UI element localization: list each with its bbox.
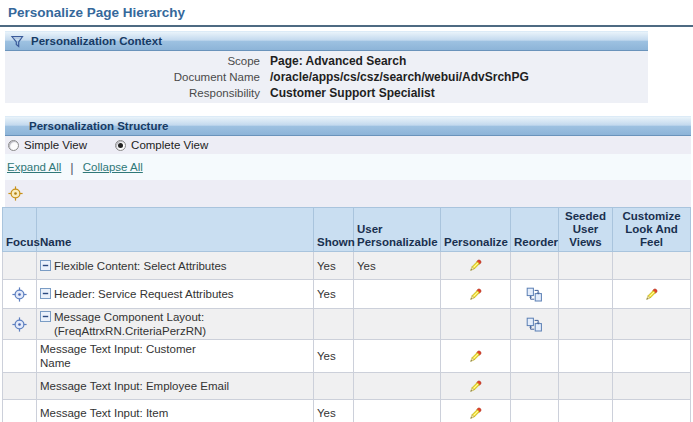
column-header-shown: Shown: [314, 208, 354, 252]
table-row: Flexible Content: Select Attributes Yes …: [3, 252, 691, 280]
reorder-boxes-icon[interactable]: [526, 317, 543, 332]
focus-cell: [3, 340, 37, 373]
seeded-user-views-cell: [559, 280, 613, 309]
pencil-icon[interactable]: [644, 287, 659, 302]
name-cell: Message Text Input: Customer Name: [37, 340, 314, 373]
focus-cell: [3, 280, 37, 309]
table-row: Message Component Layout: (FreqAttrxRN.C…: [3, 309, 691, 340]
personalize-page-hierarchy-page: Personalize Page Hierarchy Personalizati…: [0, 0, 693, 422]
minus-box-icon[interactable]: [40, 311, 51, 322]
simple-view-radio-label: Simple View: [24, 139, 87, 151]
node-name: Message Component Layout: (FreqAttrxRN.C…: [54, 310, 226, 338]
personalize-cell: [441, 252, 511, 280]
reorder-boxes-icon[interactable]: [526, 287, 543, 302]
expand-collapse-links-row: Expand All | Collapse All: [5, 154, 691, 180]
column-header-seeded-user-views: Seeded User Views: [559, 208, 613, 252]
pencil-icon[interactable]: [468, 406, 483, 421]
view-options-row: Simple View Complete View: [5, 136, 691, 154]
focus-indicator-row: [5, 180, 691, 207]
crosshair-target-icon[interactable]: [12, 317, 27, 332]
table-row: Message Text Input: Employee Email: [3, 373, 691, 400]
collapse-all-link[interactable]: Collapse All: [83, 161, 143, 173]
personalization-structure-section: Personalization Structure Simple View Co…: [5, 116, 691, 422]
focus-cell: [3, 252, 37, 280]
complete-view-radio-circle[interactable]: [115, 140, 126, 151]
shown-cell: Yes: [314, 400, 354, 422]
minus-box-icon[interactable]: [40, 288, 51, 299]
shown-cell: [314, 309, 354, 340]
customize-look-and-feel-cell: [613, 280, 691, 309]
personalization-structure-body: Simple View Complete View Expand All | C…: [5, 136, 691, 422]
personalization-context-header-bar: Personalization Context: [5, 31, 648, 51]
column-header-personalize: Personalize: [441, 208, 511, 252]
personalize-cell: [441, 309, 511, 340]
responsibility-value: Customer Support Specialist: [270, 85, 435, 101]
page-title: Personalize Page Hierarchy: [8, 5, 693, 20]
reorder-cell: [511, 373, 559, 400]
user-personalizable-cell: [354, 373, 441, 400]
customize-look-and-feel-cell: [613, 340, 691, 373]
personalization-structure-table: Focus Name Shown User Personalizable Per…: [2, 207, 691, 422]
seeded-user-views-cell: [559, 400, 613, 422]
personalize-cell: [441, 340, 511, 373]
reorder-cell: [511, 309, 559, 340]
simple-view-radio-circle[interactable]: [8, 140, 19, 151]
user-personalizable-cell: Yes: [354, 252, 441, 280]
name-cell: Header: Service Request Attributes: [37, 280, 314, 309]
column-header-user-personalizable: User Personalizable: [354, 208, 441, 252]
simple-view-radio[interactable]: Simple View: [8, 139, 87, 151]
complete-view-radio-label: Complete View: [131, 139, 208, 151]
pencil-icon[interactable]: [468, 349, 483, 364]
reorder-cell: [511, 280, 559, 309]
pencil-icon[interactable]: [468, 379, 483, 394]
name-cell: Flexible Content: Select Attributes: [37, 252, 314, 280]
focus-cell: [3, 373, 37, 400]
personalization-structure-header-title: Personalization Structure: [5, 120, 168, 132]
table-row: Message Text Input: Customer Name Yes: [3, 340, 691, 373]
column-header-focus: Focus: [3, 208, 37, 252]
name-cell: Message Text Input: Employee Email: [37, 373, 314, 400]
context-field-scope: Scope Page: Advanced Search: [5, 53, 648, 69]
responsibility-label: Responsibility: [5, 85, 260, 101]
document-name-label: Document Name: [5, 69, 260, 85]
links-separator: |: [70, 160, 73, 175]
seeded-user-views-cell: [559, 252, 613, 280]
complete-view-radio[interactable]: Complete View: [115, 139, 208, 151]
gold-crosshair-icon: [8, 186, 23, 201]
pencil-icon[interactable]: [468, 258, 483, 273]
customize-look-and-feel-cell: [613, 252, 691, 280]
document-name-value: /oracle/apps/cs/csz/search/webui/AdvSrch…: [270, 69, 529, 85]
shown-cell: [314, 373, 354, 400]
reorder-cell: [511, 400, 559, 422]
minus-box-icon[interactable]: [40, 260, 51, 271]
name-cell: Message Text Input: Item: [37, 400, 314, 422]
reorder-cell: [511, 340, 559, 373]
user-personalizable-cell: [354, 340, 441, 373]
seeded-user-views-cell: [559, 309, 613, 340]
personalize-cell: [441, 400, 511, 422]
expand-all-link[interactable]: Expand All: [7, 161, 61, 173]
reorder-cell: [511, 252, 559, 280]
column-header-reorder: Reorder: [511, 208, 559, 252]
node-name: Flexible Content: Select Attributes: [54, 259, 227, 273]
crosshair-target-icon[interactable]: [12, 287, 27, 302]
pencil-icon[interactable]: [468, 287, 483, 302]
scope-label: Scope: [5, 53, 260, 69]
user-personalizable-cell: [354, 280, 441, 309]
context-field-responsibility: Responsibility Customer Support Speciali…: [5, 85, 648, 101]
focus-cell: [3, 400, 37, 422]
node-name: Header: Service Request Attributes: [54, 287, 234, 301]
name-cell: Message Component Layout: (FreqAttrxRN.C…: [37, 309, 314, 340]
personalization-context-header-title: Personalization Context: [31, 35, 162, 47]
node-name: Message Text Input: Employee Email: [40, 380, 229, 392]
shown-cell: Yes: [314, 252, 354, 280]
table-row: Header: Service Request Attributes Yes: [3, 280, 691, 309]
column-header-name: Name: [37, 208, 314, 252]
shown-cell: Yes: [314, 340, 354, 373]
context-field-document-name: Document Name /oracle/apps/cs/csz/search…: [5, 69, 648, 85]
user-personalizable-cell: [354, 400, 441, 422]
customize-look-and-feel-cell: [613, 373, 691, 400]
shown-cell: Yes: [314, 280, 354, 309]
node-name: Message Text Input: Customer Name: [40, 342, 212, 370]
seeded-user-views-cell: [559, 340, 613, 373]
